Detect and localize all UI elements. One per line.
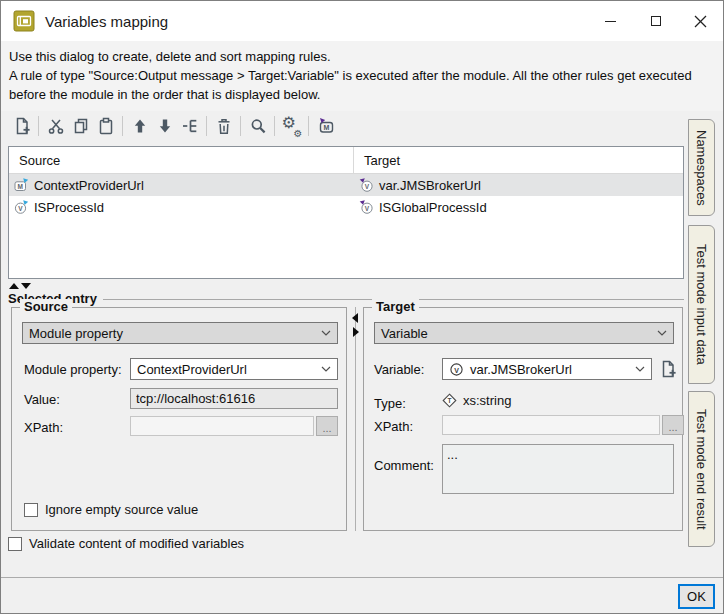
create-variable-button[interactable]	[656, 357, 680, 381]
toolbar-separator	[206, 116, 207, 136]
copy-icon	[72, 117, 90, 135]
svg-text:M: M	[17, 183, 22, 190]
cut-button[interactable]	[43, 114, 68, 139]
collapse-down-icon	[21, 283, 31, 289]
toolbar-separator	[308, 116, 309, 136]
variable-icon: V	[14, 200, 29, 214]
tab-namespaces[interactable]: Namespaces	[688, 119, 715, 216]
variable-value: var.JMSBrokerUrl	[470, 362, 572, 377]
column-header-source[interactable]: Source	[9, 147, 354, 174]
type-label: Type:	[374, 396, 406, 411]
svg-text:V: V	[18, 205, 23, 212]
chevron-down-icon	[315, 330, 331, 336]
table-row[interactable]: M ContextProviderUrl V var.JMSBrokerUrl	[9, 174, 683, 196]
source-kind-select[interactable]: Module property	[22, 322, 338, 344]
minimize-button[interactable]	[588, 1, 633, 41]
description-line-1: Use this dialog to create, delete and so…	[9, 47, 715, 66]
vertical-splitter[interactable]	[350, 307, 362, 531]
settings-button[interactable]: ⚙⚙	[279, 114, 304, 139]
variables-mapping-dialog: Variables mapping Use this dialog to cre…	[0, 0, 724, 614]
svg-text:T: T	[448, 397, 452, 404]
cut-icon	[47, 117, 65, 135]
paste-icon	[97, 117, 115, 135]
rule-source-name: ContextProviderUrl	[34, 178, 144, 193]
footer-separator	[1, 577, 723, 578]
variable-icon: V	[359, 178, 374, 192]
splitter-bar	[355, 307, 356, 531]
source-group: Source Module property Module property: …	[11, 307, 347, 531]
copy-button[interactable]	[68, 114, 93, 139]
ignore-empty-checkbox[interactable]	[24, 503, 38, 517]
variable-label: Variable:	[374, 362, 424, 377]
tab-test-mode-input-data[interactable]: Test mode input data	[688, 225, 715, 384]
ok-button[interactable]: OK	[678, 584, 715, 609]
window-title: Variables mapping	[45, 13, 168, 30]
move-up-button[interactable]	[127, 114, 152, 139]
value-label: Value:	[24, 392, 60, 407]
variable-circle-icon: V	[449, 362, 464, 377]
toolbar-separator	[274, 116, 275, 136]
module-property-icon: M	[14, 178, 29, 192]
ignore-empty-checkbox-row: Ignore empty source value	[24, 502, 198, 517]
selected-entry-section: Selected entry	[8, 291, 684, 306]
toolbar-separator	[122, 116, 123, 136]
svg-text:V: V	[454, 366, 459, 373]
module-button[interactable]: M	[313, 114, 338, 139]
svg-text:V: V	[365, 183, 370, 190]
type-diamond-icon: T	[442, 393, 457, 408]
tab-test-mode-end-result[interactable]: Test mode end result	[688, 391, 715, 547]
ignore-empty-label: Ignore empty source value	[45, 502, 198, 517]
target-group-legend: Target	[372, 299, 419, 314]
validate-label: Validate content of modified variables	[29, 536, 244, 551]
xpath-browse-button[interactable]: ...	[662, 415, 684, 435]
xpath-browse-button[interactable]: ...	[316, 416, 338, 436]
type-value: xs:string	[463, 393, 511, 408]
validate-checkbox[interactable]	[8, 537, 22, 551]
xpath-field	[442, 415, 660, 435]
xpath-label: XPath:	[24, 420, 63, 435]
module-icon: M	[317, 117, 335, 135]
table-header: Source Target	[9, 147, 683, 174]
horizontal-splitter[interactable]	[9, 283, 31, 289]
chevron-down-icon	[315, 366, 331, 372]
move-to-module-button[interactable]	[177, 114, 202, 139]
description-line-3: before the module in the order that is d…	[9, 85, 715, 104]
search-icon	[249, 117, 267, 135]
move-down-button[interactable]	[152, 114, 177, 139]
xpath-label: XPath:	[374, 419, 413, 434]
module-property-value: ContextProviderUrl	[137, 362, 247, 377]
target-kind-value: Variable	[381, 326, 428, 341]
maximize-button[interactable]	[633, 1, 678, 41]
svg-text:V: V	[365, 205, 370, 212]
target-group: Target Variable Variable: V var.JMSBroke…	[363, 307, 683, 531]
app-icon	[13, 10, 35, 32]
minimize-icon	[605, 21, 616, 22]
comment-label: Comment:	[374, 458, 434, 473]
delete-button[interactable]	[211, 114, 236, 139]
table-row[interactable]: V ISProcessId V ISGlobalProcessId	[9, 196, 683, 218]
close-button[interactable]	[678, 1, 723, 41]
module-property-label: Module property:	[24, 362, 122, 377]
module-property-select[interactable]: ContextProviderUrl	[130, 358, 338, 380]
comment-field[interactable]: ...	[442, 444, 674, 494]
toolbar-separator	[38, 116, 39, 136]
target-kind-select[interactable]: Variable	[374, 322, 674, 344]
rules-toolbar: ⚙⚙ M	[9, 113, 338, 139]
search-button[interactable]	[245, 114, 270, 139]
description-line-2: A rule of type "Source:Output message > …	[9, 66, 715, 85]
title-bar: Variables mapping	[1, 1, 723, 41]
close-icon	[694, 15, 707, 28]
value-field[interactable]	[130, 388, 338, 409]
delete-icon	[215, 117, 233, 135]
column-header-target[interactable]: Target	[354, 153, 400, 168]
paste-button[interactable]	[93, 114, 118, 139]
add-rule-button[interactable]	[9, 114, 34, 139]
source-group-legend: Source	[20, 299, 72, 314]
collapse-right-icon	[353, 327, 359, 337]
chevron-down-icon	[629, 366, 645, 372]
move-up-icon	[131, 117, 149, 135]
toolbar-separator	[240, 116, 241, 136]
variable-icon: V	[359, 200, 374, 214]
variable-select[interactable]: V var.JMSBrokerUrl	[442, 358, 652, 380]
rule-target-name: var.JMSBrokerUrl	[379, 178, 481, 193]
